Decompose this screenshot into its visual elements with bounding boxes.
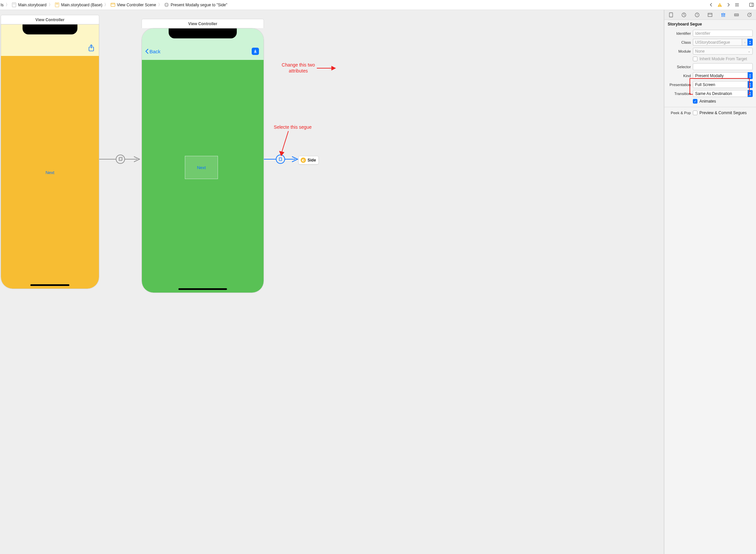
download-icon[interactable] (252, 48, 259, 55)
crumb-root[interactable]: ls (0, 3, 4, 7)
svg-rect-0 (12, 3, 16, 7)
outline-icon[interactable] (734, 2, 740, 8)
inspector-tab-connections[interactable] (746, 12, 753, 18)
label-peekpop: Peek & Pop (668, 111, 691, 115)
label-presentation: Presentation (668, 83, 691, 87)
inspector-tab-attributes[interactable] (720, 12, 727, 18)
annotation-arrow-1 (278, 131, 292, 158)
svg-rect-7 (166, 4, 168, 6)
selector-field[interactable] (693, 63, 753, 70)
side-scene-chip[interactable]: ◐ Side (298, 156, 319, 164)
inspector-tab-history[interactable] (681, 12, 687, 18)
svg-rect-9 (719, 6, 720, 6)
home-indicator-icon (30, 284, 69, 286)
storyboard-file-icon (12, 2, 17, 8)
back-label: Back (149, 49, 161, 54)
label-selector: Selector (668, 65, 691, 69)
svg-rect-4 (111, 3, 115, 6)
transition-dropdown[interactable]: Same As Destination (693, 90, 748, 97)
class-stepper[interactable] (747, 39, 753, 46)
label-identifier: Identifier (668, 32, 691, 36)
notch-icon (22, 24, 77, 35)
label-kind: Kind (668, 74, 691, 78)
module-field[interactable]: None ⌄ (693, 48, 753, 55)
row-presentation: Presentation Full Screen (668, 81, 753, 88)
scene1-title-bar[interactable]: View Controller (1, 15, 99, 24)
transition-stepper[interactable] (747, 90, 753, 97)
segue1-node[interactable] (116, 155, 125, 164)
next-button[interactable]: Next (46, 170, 55, 175)
crumb-segue[interactable]: Present Modally segue to "Side" (164, 2, 228, 8)
inspector-section-title: Storyboard Segue (665, 20, 756, 29)
chevron-right-icon: 〉 (158, 2, 163, 8)
scene-icon (110, 2, 115, 8)
svg-rect-23 (669, 13, 673, 17)
inspector-tab-file[interactable] (668, 12, 674, 18)
inspector-tab-strip: ? (665, 10, 756, 20)
crumb-storyboard-base[interactable]: Main.storyboard (Base) (54, 2, 103, 8)
transition-value: Same As Destination (695, 91, 732, 96)
kind-dropdown[interactable]: Present Modally (693, 72, 748, 79)
label-transition: Transition (668, 92, 691, 96)
annotation-arrow-2 (317, 65, 337, 71)
scene2-title-label: View Controller (188, 21, 217, 26)
row-selector: Selector (668, 63, 753, 70)
crumb-scene[interactable]: View Controller Scene (110, 2, 157, 8)
label-class: Class (668, 40, 691, 44)
row-identifier: Identifier (668, 30, 753, 37)
svg-line-21 (281, 131, 289, 154)
chevron-down-icon: ⌄ (748, 49, 750, 53)
inspector-body: Identifier Class UIStoryboardSegue ◦ Mod… (665, 29, 756, 118)
class-value: UIStoryboardSegue (695, 40, 730, 45)
kind-stepper[interactable] (747, 72, 753, 79)
crumb-storyboard-file[interactable]: Main.storyboard (11, 2, 47, 8)
svg-point-29 (721, 13, 722, 14)
class-field[interactable]: UIStoryboardSegue ◦ (693, 39, 753, 46)
container-label: Next (197, 165, 206, 170)
chevron-right-icon: 〉 (104, 2, 109, 8)
presentation-stepper[interactable] (747, 81, 753, 88)
kind-value: Present Modally (695, 73, 723, 78)
row-inherit: Inherit Module From Target (668, 57, 753, 61)
present-modally-glyph-icon (278, 157, 283, 162)
svg-rect-3 (56, 4, 59, 4)
presentation-dropdown[interactable]: Full Screen (693, 81, 748, 88)
share-icon[interactable] (88, 44, 94, 53)
identifier-field[interactable] (693, 30, 753, 37)
back-button[interactable]: Back (145, 48, 161, 54)
segue2-node-selected[interactable] (276, 155, 285, 164)
nav-back-icon[interactable] (708, 2, 714, 8)
inherit-module-checkbox[interactable] (693, 57, 697, 61)
peekpop-checkbox[interactable] (693, 111, 697, 115)
container-view[interactable]: Next (185, 156, 218, 179)
class-connect-icon[interactable]: ◦ (742, 39, 748, 46)
phone-mock-1[interactable]: Next (1, 24, 99, 289)
label-module: Module (668, 49, 691, 53)
toggle-inspector-icon[interactable] (749, 2, 754, 8)
inspector-tab-identity[interactable] (707, 12, 713, 18)
svg-rect-13 (749, 3, 753, 6)
crumb-base-label: Main.storyboard (Base) (61, 3, 103, 7)
svg-rect-1 (13, 4, 15, 4)
warning-icon[interactable] (717, 2, 722, 8)
storyboard-canvas[interactable]: View Controller Next (0, 10, 664, 554)
home-indicator-icon (178, 288, 227, 290)
chevron-left-icon (145, 48, 149, 54)
crumb-storyboard-label: Main.storyboard (18, 3, 47, 7)
annotation-change-attrs: Change this two attributes (278, 62, 318, 74)
chevron-right-icon: 〉 (5, 2, 10, 8)
module-value: None (695, 49, 705, 54)
scene2-title-bar[interactable]: View Controller (141, 19, 264, 28)
viewcontroller-icon: ◐ (301, 158, 306, 163)
inspector-tab-size[interactable] (733, 12, 740, 18)
crumb-root-label: ls (1, 3, 4, 7)
row-transition: Transition Same As Destination (668, 90, 753, 97)
nav-forward-icon[interactable] (726, 2, 731, 8)
svg-rect-27 (708, 13, 712, 16)
animates-checkbox[interactable] (693, 99, 697, 104)
svg-rect-20 (279, 158, 282, 161)
phone-mock-2[interactable]: Back Next (141, 28, 264, 293)
svg-point-30 (724, 13, 725, 14)
svg-point-6 (165, 3, 168, 7)
inspector-tab-help[interactable]: ? (694, 12, 700, 18)
